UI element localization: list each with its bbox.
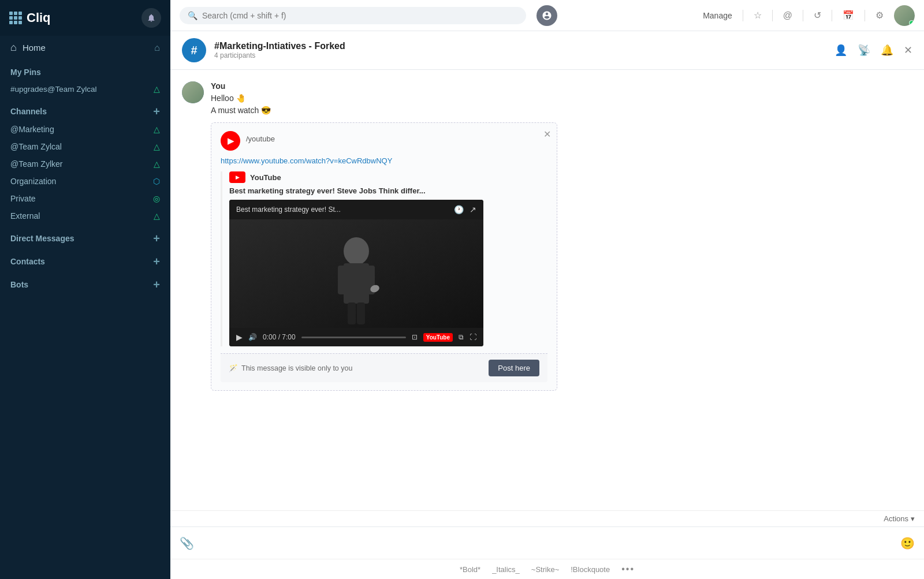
youtube-brand-label: YouTube xyxy=(423,333,453,342)
search-icon: 🔍 xyxy=(188,11,198,20)
youtube-site-name: YouTube xyxy=(250,173,281,182)
messages-area: You Helloo 🤚 A must watch 😎 ▶ /yout xyxy=(170,70,924,510)
channel-name-external: External xyxy=(10,211,40,221)
mention-icon[interactable]: @ xyxy=(783,10,792,21)
home-icon-right: ⌂ xyxy=(154,43,160,53)
channel-name-organization: Organization xyxy=(10,177,56,186)
manage-button[interactable]: Manage xyxy=(703,11,732,20)
add-channel-button[interactable]: + xyxy=(153,106,160,117)
sidebar-header: Cliq xyxy=(0,0,170,36)
channel-name-marketing: @Marketing xyxy=(10,125,54,134)
channels-section: Channels + xyxy=(0,98,170,121)
main-area: 🔍 Manage ☆ @ ↺ 📅 ⚙ xyxy=(170,0,924,579)
search-box[interactable]: 🔍 xyxy=(180,7,526,24)
youtube-video-player[interactable]: Best marketing strategy ever! St... 🕐 ↗ xyxy=(229,200,483,346)
youtube-card-close[interactable]: ✕ xyxy=(543,129,551,140)
youtube-preview: YouTube Best marketing strategy ever! St… xyxy=(221,171,547,346)
actions-dropdown[interactable]: Actions ▾ xyxy=(884,514,915,523)
message-content: You Helloo 🤚 A must watch 😎 xyxy=(211,81,912,117)
channel-item-organization[interactable]: Organization ⬡ xyxy=(0,173,170,190)
miniplayer-icon[interactable]: ⧉ xyxy=(459,333,464,341)
topbar-divider3 xyxy=(803,10,803,21)
video-top-icons: 🕐 ↗ xyxy=(454,205,476,214)
alert-icon-organization: ⬡ xyxy=(153,177,160,186)
blockquote-format[interactable]: !Blockquote xyxy=(571,565,610,574)
chevron-down-icon: ▾ xyxy=(911,514,915,523)
fullscreen-icon[interactable]: ⛶ xyxy=(470,333,476,341)
bold-format[interactable]: *Bold* xyxy=(460,565,480,574)
svg-rect-8 xyxy=(357,302,365,324)
alert-icon-external: △ xyxy=(154,211,160,221)
video-progress-bar[interactable] xyxy=(301,337,406,338)
watch-later-icon[interactable]: 🕐 xyxy=(454,205,464,214)
italic-format[interactable]: _Italics_ xyxy=(492,565,520,574)
contacts-title: Contacts xyxy=(10,257,45,266)
search-input[interactable] xyxy=(202,11,518,20)
sidebar-item-home[interactable]: ⌂ Home ⌂ xyxy=(0,36,170,59)
members-icon[interactable]: 👤 xyxy=(834,44,847,57)
video-thumbnail-svg xyxy=(229,219,483,328)
pin-item-upgrades[interactable]: #upgrades@Team Zylcal △ xyxy=(0,80,170,98)
online-status-dot xyxy=(909,20,914,25)
strike-format[interactable]: ~Strike~ xyxy=(531,565,559,574)
channel-name-private: Private xyxy=(10,194,36,203)
app-name: Cliq xyxy=(27,10,51,25)
star-icon[interactable]: ☆ xyxy=(754,10,762,21)
calendar-icon[interactable]: 📅 xyxy=(843,10,854,21)
topbar-divider4 xyxy=(832,10,832,21)
actions-bar: Actions ▾ xyxy=(170,510,924,526)
alert-icon-private: ◎ xyxy=(153,194,160,203)
broadcast-icon[interactable]: 📡 xyxy=(858,44,870,57)
youtube-card: ▶ /youtube ✕ https://www.youtube.com/wat… xyxy=(211,122,557,391)
pin-name: #upgrades@Team Zylcal xyxy=(10,85,97,94)
attach-button[interactable]: 📎 xyxy=(180,536,194,550)
user-avatar-top[interactable] xyxy=(894,5,915,26)
channel-item-marketing[interactable]: @Marketing △ xyxy=(0,121,170,138)
channel-item-private[interactable]: Private ◎ xyxy=(0,190,170,207)
message-input-area: 📎 🙂 xyxy=(170,526,924,559)
settings-icon[interactable]: ⚙ xyxy=(875,10,884,21)
add-dm-button[interactable]: + xyxy=(153,233,160,244)
topbar: 🔍 Manage ☆ @ ↺ 📅 ⚙ xyxy=(170,0,924,31)
topbar-divider2 xyxy=(772,10,773,21)
svg-rect-7 xyxy=(348,302,356,324)
topbar-right: Manage ☆ @ ↺ 📅 ⚙ xyxy=(703,5,915,26)
refresh-icon[interactable]: ↺ xyxy=(814,10,821,21)
my-pins-section: My Pins xyxy=(0,59,170,80)
formatting-bar: *Bold* _Italics_ ~Strike~ !Blockquote ••… xyxy=(170,559,924,579)
topbar-divider xyxy=(743,10,743,21)
channel-avatar: # xyxy=(182,38,206,62)
add-bot-button[interactable]: + xyxy=(153,279,160,290)
channel-item-teamzylcal[interactable]: @Team Zylcal △ xyxy=(0,138,170,155)
app-logo: Cliq xyxy=(9,10,51,25)
visibility-text: 🪄 This message is visible only to you xyxy=(229,364,352,372)
notification-bell[interactable] xyxy=(141,8,161,28)
topbar-divider5 xyxy=(865,10,865,21)
message-sender: You xyxy=(211,81,912,91)
more-formatting[interactable]: ••• xyxy=(621,564,635,574)
emoji-button[interactable]: 🙂 xyxy=(900,536,915,550)
close-icon[interactable]: ✕ xyxy=(904,44,912,57)
message-input[interactable] xyxy=(201,539,893,548)
captions-icon[interactable]: ⊡ xyxy=(412,333,418,341)
play-button[interactable]: ▶ xyxy=(236,333,243,342)
channel-header-left: # #Marketing-Intiatives - Forked 4 parti… xyxy=(182,38,345,62)
bell-icon[interactable]: 🔔 xyxy=(881,44,893,57)
channel-participants: 4 participants xyxy=(214,51,345,59)
youtube-preview-header: YouTube xyxy=(229,171,547,183)
youtube-link[interactable]: https://www.youtube.com/watch?v=keCwRdbw… xyxy=(221,156,392,165)
bot-button[interactable] xyxy=(536,5,557,26)
alert-icon-teamzylker: △ xyxy=(154,159,160,169)
message-row: You Helloo 🤚 A must watch 😎 xyxy=(182,81,912,117)
add-contact-button[interactable]: + xyxy=(153,256,160,267)
channel-header-actions: 👤 📡 🔔 ✕ xyxy=(834,44,912,57)
post-here-button[interactable]: Post here xyxy=(489,360,539,376)
channel-item-external[interactable]: External △ xyxy=(0,207,170,225)
contacts-section: Contacts + xyxy=(0,248,170,271)
volume-icon[interactable]: 🔊 xyxy=(248,333,257,341)
video-controls: ▶ 🔊 0:00 / 7:00 ⊡ YouTube ⧉ ⛶ xyxy=(229,328,483,346)
share-icon[interactable]: ↗ xyxy=(470,205,476,214)
channel-name-teamzylcal: @Team Zylcal xyxy=(10,142,62,151)
channel-name-teamzylker: @Team Zylker xyxy=(10,159,62,169)
channel-item-teamzylker[interactable]: @Team Zylker △ xyxy=(0,155,170,173)
